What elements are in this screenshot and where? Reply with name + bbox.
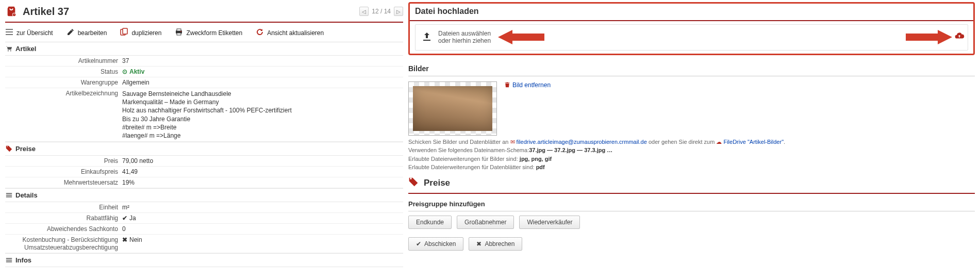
check-icon: ✔ — [416, 240, 421, 248]
field-label: Einkaufspreis — [5, 168, 122, 175]
trash-icon — [504, 81, 510, 89]
svg-rect-14 — [6, 196, 11, 197]
section-infos: Infos — [5, 253, 403, 267]
field-value-sachkonto: 0 — [122, 225, 403, 233]
svg-rect-15 — [6, 258, 11, 259]
svg-rect-13 — [6, 195, 11, 196]
print-icon — [175, 28, 183, 38]
toolbar: zur Übersicht bearbeiten duplizieren Zwe… — [5, 25, 403, 42]
svg-rect-5 — [123, 28, 127, 34]
field-label: Rabattfähig — [5, 215, 122, 222]
bilder-title: Bilder — [408, 59, 975, 76]
section-title: Preise — [15, 145, 36, 153]
field-label: Abweichendes Sachkonto — [5, 225, 122, 233]
field-value-preis: 79,00 netto — [122, 157, 403, 164]
svg-marker-19 — [906, 30, 952, 44]
toolbar-label: zur Übersicht — [16, 29, 53, 37]
status-badge: Aktiv — [122, 68, 144, 75]
pager-position: 12 / 14 — [372, 8, 391, 15]
image-thumbnail[interactable] — [408, 81, 497, 136]
svg-marker-18 — [498, 30, 544, 44]
field-value-kostenbuchung: Nein — [122, 236, 142, 243]
grossabnehmer-button[interactable]: Großabnehmer — [457, 216, 514, 229]
field-label: Artikelbezeichnung — [5, 90, 122, 140]
svg-point-10 — [7, 51, 8, 52]
field-label: Warengruppe — [5, 79, 122, 86]
annotation-arrow-icon — [906, 28, 952, 46]
svg-rect-1 — [6, 29, 13, 30]
close-icon: ✖ — [476, 240, 481, 248]
field-label: Artikelnummer — [5, 57, 122, 64]
svg-rect-2 — [6, 31, 13, 32]
pager: ◁ 12 / 14 ▷ — [359, 7, 403, 16]
field-label: Kostenbuchung - Berücksichtigung Umsatzs… — [5, 236, 122, 251]
section-preise: Preise — [5, 142, 403, 156]
page-title: Artikel 37 — [23, 6, 359, 18]
upload-dropzone[interactable]: Dateien auswählen oder hierhin ziehen — [415, 24, 968, 51]
field-value-artikelnummer: 37 — [122, 57, 403, 64]
field-label: Mehrwertsteuersatz — [5, 179, 122, 186]
preise-panel-title: Preise — [408, 172, 975, 193]
submit-button[interactable]: ✔Abschicken — [408, 237, 463, 251]
toolbar-label: Ansicht aktualisieren — [267, 29, 324, 37]
field-value-einkauf: 41,49 — [122, 168, 403, 175]
refresh-icon — [256, 28, 264, 38]
edit-button[interactable]: bearbeiten — [67, 28, 107, 38]
divider — [410, 20, 973, 21]
remove-image-label: Bild entfernen — [512, 81, 551, 89]
field-value-warengruppe: Allgemein — [122, 79, 403, 86]
upload-panel: Datei hochladen Dateien auswählen oder h… — [408, 2, 975, 55]
svg-rect-12 — [6, 193, 11, 194]
zweckform-button[interactable]: Zweckform Etiketten — [175, 28, 242, 38]
mail-icon: ✉ — [510, 139, 515, 145]
pager-prev-button[interactable]: ◁ — [359, 7, 369, 16]
cancel-button[interactable]: ✖Abbrechen — [469, 237, 522, 251]
svg-rect-7 — [177, 29, 181, 31]
image-preview — [413, 86, 492, 131]
section-artikel: Artikel — [5, 42, 403, 56]
pager-next-button[interactable]: ▷ — [394, 7, 403, 16]
list-icon — [5, 28, 13, 38]
pencil-icon — [67, 28, 75, 38]
field-label: Einheit — [5, 204, 122, 211]
cloud-upload-icon[interactable] — [954, 31, 965, 44]
hamburger-icon — [5, 256, 12, 263]
preisgruppe-subtitle: Preisgruppe hinzufügen — [408, 197, 975, 211]
refresh-button[interactable]: Ansicht aktualisieren — [256, 28, 324, 38]
upload-title: Datei hochladen — [410, 4, 973, 19]
toolbar-label: bearbeiten — [78, 29, 107, 37]
field-value-bezeichnung: Sauvage Bernsteineiche Landhausdiele Mar… — [122, 90, 403, 140]
annotation-arrow-icon — [498, 28, 544, 46]
section-title: Details — [15, 191, 38, 199]
svg-point-11 — [10, 51, 11, 52]
filedrive-email-link[interactable]: filedrive.articleimage@zumausprobieren.c… — [517, 139, 647, 145]
remove-image-button[interactable]: Bild entfernen — [504, 81, 551, 89]
wiederverkaeufer-button[interactable]: Wiederverkäufer — [519, 216, 580, 229]
upload-hints: Schicken Sie Bilder und Datenblätter an … — [408, 138, 975, 172]
field-value-einheit: m² — [122, 204, 403, 211]
shopping-bag-icon — [5, 5, 18, 18]
overview-button[interactable]: zur Übersicht — [5, 28, 53, 38]
field-label: Status — [5, 68, 122, 75]
svg-rect-16 — [6, 260, 11, 261]
hamburger-icon — [5, 192, 12, 199]
filedrive-link[interactable]: FileDrive "Artikel-Bilder" — [723, 139, 784, 145]
upload-text: Dateien auswählen oder hierhin ziehen — [438, 30, 491, 45]
upload-icon — [421, 30, 433, 44]
pricetag-icon — [408, 177, 419, 190]
section-title: Infos — [15, 256, 31, 264]
section-details: Details — [5, 188, 403, 202]
field-value-rabatt: Ja — [122, 215, 136, 222]
toolbar-label: duplizieren — [131, 29, 161, 37]
cart-icon — [5, 45, 12, 53]
tag-icon — [5, 145, 12, 153]
svg-rect-8 — [177, 33, 181, 35]
endkunde-button[interactable]: Endkunde — [408, 216, 452, 229]
divider — [5, 22, 403, 23]
svg-point-9 — [180, 31, 181, 32]
field-label: Preis — [5, 157, 122, 164]
svg-rect-3 — [6, 34, 13, 35]
section-title: Artikel — [15, 45, 36, 53]
duplicate-button[interactable]: duplizieren — [120, 28, 161, 38]
toolbar-label: Zweckform Etiketten — [186, 29, 242, 37]
